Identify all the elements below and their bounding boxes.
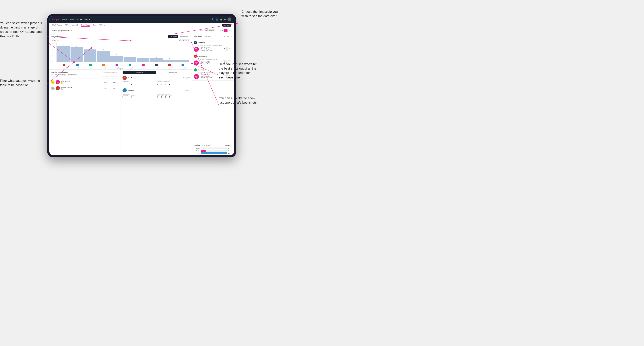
lb-avatar-edward: EC — [56, 86, 60, 90]
left-panel: Player Activity On Course Practice Drill… — [49, 33, 192, 155]
lb-pb-richard: 19/20 — [101, 81, 110, 83]
scoring-filter-dropdown[interactable]: Par 3, 4 & 5s ▾ — [201, 144, 211, 147]
shot-card-matt[interactable]: MM Matt Miller 09 Jun 2023 · Royal North… — [192, 40, 234, 53]
tab-practice-drills[interactable]: Practice Drills — [178, 35, 190, 38]
subnav-team-clippd[interactable]: Team Clippd — [81, 24, 90, 26]
col-pb-avg: PB AVG SQ — [110, 76, 119, 78]
shot-avatar-blair: BM — [194, 55, 197, 58]
shot-player-row-matt: MM Matt Miller — [194, 41, 231, 44]
medal-icon: 🥈 — [61, 88, 63, 90]
subnav-pgat[interactable]: PGAT Players — [52, 24, 62, 26]
score-row-eagles: Eagles 3 — [194, 148, 232, 149]
practice-header: Practice Leaderboards PUTT Must Make Put… — [51, 71, 119, 73]
lb-name-richard: Richard Butler 🏆 1 — [61, 81, 101, 84]
view-cards-icon[interactable]: ☰ — [220, 29, 224, 32]
avatar-l-robertson: LR — [182, 64, 184, 66]
pc-avatar-rees: RB — [122, 88, 127, 92]
scoring-header: Scoring Par 3, 4 & 5s ▾ All Players ▾ — [194, 144, 232, 147]
top-nav: clippd Home Teams My Performance 🔍 👤 🔔 ⊕… — [49, 16, 234, 23]
nav-link-performance[interactable]: My Performance — [77, 18, 90, 20]
score-val-pars: 499 — [228, 153, 232, 154]
player-card-rees: RB Rees Britt 02 Sep 2023 Total Rounds T… — [122, 88, 190, 99]
chevron-right-matt: › — [232, 41, 232, 43]
subnav-hcaps[interactable]: Hcaps 1-5 — [71, 24, 78, 26]
leaderboard-row-2[interactable]: 2 EC Edward Crossman 🥈 2 18/20 107 — [51, 85, 119, 91]
player-activity-section: Player Activity On Course Practice Drill… — [49, 33, 192, 70]
nav-links: Home Teams My Performance — [62, 18, 212, 20]
view-icons: ⊞ ☰ ♥ ≡ — [217, 29, 231, 32]
bar-e-ebert: 5 — [110, 54, 123, 62]
subnav-tour[interactable]: Tour — [93, 24, 96, 26]
y-label-5: 5 — [52, 55, 53, 56]
lb-avg-richard: 110 — [110, 81, 119, 83]
scoring-title: Scoring — [194, 144, 200, 146]
user-avatar[interactable]: U — [228, 17, 231, 21]
score-bar-eagles — [201, 148, 201, 149]
tab-most-active[interactable]: Most Active — [123, 71, 156, 74]
score-val-birdies: 96 — [228, 150, 232, 152]
nav-link-home[interactable]: Home — [62, 18, 67, 20]
practice-filter-dropdown[interactable]: PUTT Must Make Putting ... ▾ — [100, 71, 119, 73]
shot-details-david: Shot Dist: 16 yds Start Lie: Rough End L… — [201, 74, 222, 78]
pc-stats-rees: Total Rounds Tournament 8 Practice — [122, 93, 190, 98]
bell-icon[interactable]: 🔔 — [220, 18, 222, 21]
scoring-player-filter[interactable]: All Players ▾ — [224, 144, 232, 147]
pc-stats-blair: Total Rounds Tournament 7 Practice — [122, 81, 190, 85]
search-icon[interactable]: 🔍 — [212, 18, 214, 21]
leaderboard-row-1[interactable]: 1 RB Richard Butler 🏆 1 19/20 110 — [51, 79, 119, 85]
most-active-panel: Most Active Least Active BM Blair McHarg… — [121, 70, 192, 155]
score-label-eagles: Eagles — [194, 148, 200, 149]
time-select[interactable]: Last 3 months — [204, 29, 215, 32]
score-val-eagles: 3 — [228, 148, 232, 149]
shot-details-blair: Shot Dist: 43 yds Start Lie: Rough End L… — [201, 60, 222, 65]
subnav-all-players[interactable]: All Players — [99, 24, 106, 26]
avatar-j-coles: JC — [102, 64, 105, 66]
view-list-icon[interactable]: ≡ — [228, 29, 231, 32]
nav-logo: clippd — [52, 18, 59, 21]
annotation-middle-right: Here you can see who's hitthe best shots… — [219, 62, 256, 80]
tab-on-course[interactable]: On Course — [168, 35, 178, 38]
pc-date-rees: 02 Sep 2023 — [183, 90, 190, 91]
bar-d-ford: 10 — [84, 48, 96, 62]
total-rounds-group-rees: Total Rounds Tournament 8 Practice — [122, 93, 155, 98]
metric-zero-matt: 0 yds — [227, 47, 231, 51]
shot-avatar-matt: MM — [194, 41, 197, 44]
lb-name-edward: Edward Crossman 🥈 2 — [61, 87, 101, 90]
activity-tabs: On Course Practice Drills — [168, 35, 190, 38]
subnav-pga[interactable]: PGA — [65, 24, 68, 26]
bar-b-mcharg: 13 — [57, 44, 70, 62]
player-card-header-blair: BM Blair McHarg 26 Aug 2023 — [122, 76, 190, 80]
edit-icon[interactable]: ✏️ — [71, 30, 72, 31]
shot-badge-matt: 200 SG — [194, 47, 199, 52]
plus-circle-icon[interactable]: ⊕ — [224, 18, 226, 21]
scoring-section: Scoring Par 3, 4 & 5s ▾ All Players ▾ Ea… — [192, 143, 234, 155]
scoring-bars: Eagles 3 Birdies 96 — [194, 148, 232, 154]
practice-leaderboards-panel: Practice Leaderboards PUTT Must Make Put… — [49, 70, 121, 155]
best-shots-title: Best Shots — [194, 35, 202, 37]
avatar-e-crossman: EC — [168, 64, 171, 66]
people-icon[interactable]: 👤 — [216, 18, 218, 21]
shot-avatar-david: DF — [194, 68, 197, 71]
view-grid-icon[interactable]: ⊞ — [217, 29, 220, 32]
best-shots-player-filter[interactable]: All Players ▾ — [222, 35, 232, 37]
score-bar-pars — [201, 152, 227, 154]
view-heart-icon[interactable]: ♥ — [224, 29, 228, 32]
bar-chart-container: 15 10 5 0 Total Rounds 13 — [52, 43, 190, 68]
annotation-bottom-left: Filter what data you wish thetable to be… — [0, 79, 40, 87]
col-pb-score: PB SCORE — [101, 76, 110, 78]
annotation-top-left: You can select which player isdoing the … — [0, 21, 42, 39]
y-axis-title: Total Rounds — [50, 53, 52, 59]
add-team-button[interactable]: Add Team — [222, 24, 231, 26]
right-panel: Best Shots All Shots ▾ All Players ▾ MM … — [192, 33, 234, 155]
chart-filter-dropdown[interactable]: Total Rounds ▾ — [178, 39, 190, 42]
chart-label: On Course — [52, 40, 59, 42]
best-shots-filter-all[interactable]: All Shots ▾ — [203, 35, 212, 37]
bar-j-coles: 9 — [97, 49, 110, 62]
nav-link-teams[interactable]: Teams — [70, 18, 74, 20]
nav-icons: 🔍 👤 🔔 ⊕ U — [212, 17, 231, 21]
tab-least-active[interactable]: Least Active — [156, 71, 190, 74]
bar-r-butler: 3 — [137, 57, 150, 62]
avatar-m-miller: MM — [155, 64, 158, 66]
col-player-name: PLAYER NAME — [51, 76, 101, 78]
shot-location-matt: 09 Jun 2023 · Royal North Devon GC, Hole… — [198, 45, 231, 46]
